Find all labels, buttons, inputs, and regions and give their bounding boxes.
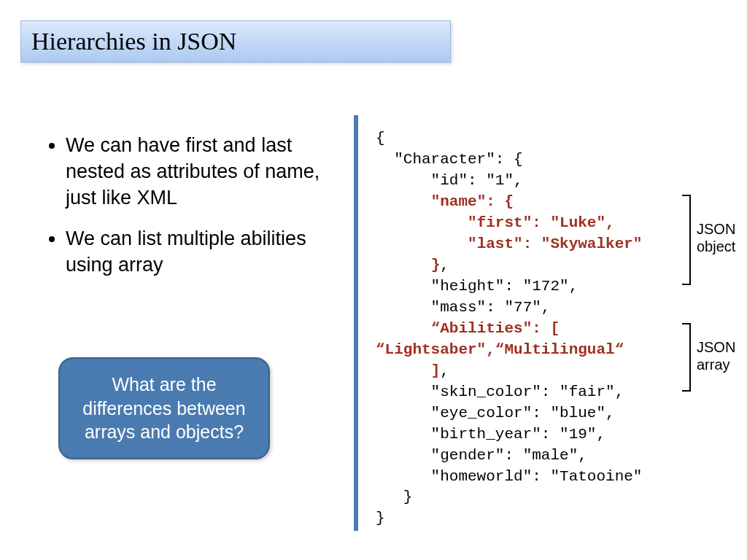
bracket-array bbox=[682, 323, 691, 392]
bullet-item: We can list multiple abilities using arr… bbox=[66, 226, 326, 279]
slide-title-bar: Hierarchies in JSON bbox=[20, 20, 451, 63]
code-block: { "Character": { "id": "1", "name": { "f… bbox=[376, 128, 642, 529]
bracket-object bbox=[682, 195, 691, 285]
vertical-divider bbox=[354, 115, 358, 531]
bullet-list: We can have first and last nested as att… bbox=[45, 133, 326, 293]
callout-text: What are the differences between arrays … bbox=[73, 373, 255, 444]
label-json-object: JSONobject bbox=[697, 220, 735, 255]
slide-title: Hierarchies in JSON bbox=[31, 28, 236, 55]
bullet-item: We can have first and last nested as att… bbox=[66, 133, 326, 211]
label-json-array: JSONarray bbox=[697, 338, 735, 373]
question-callout: What are the differences between arrays … bbox=[58, 357, 270, 459]
